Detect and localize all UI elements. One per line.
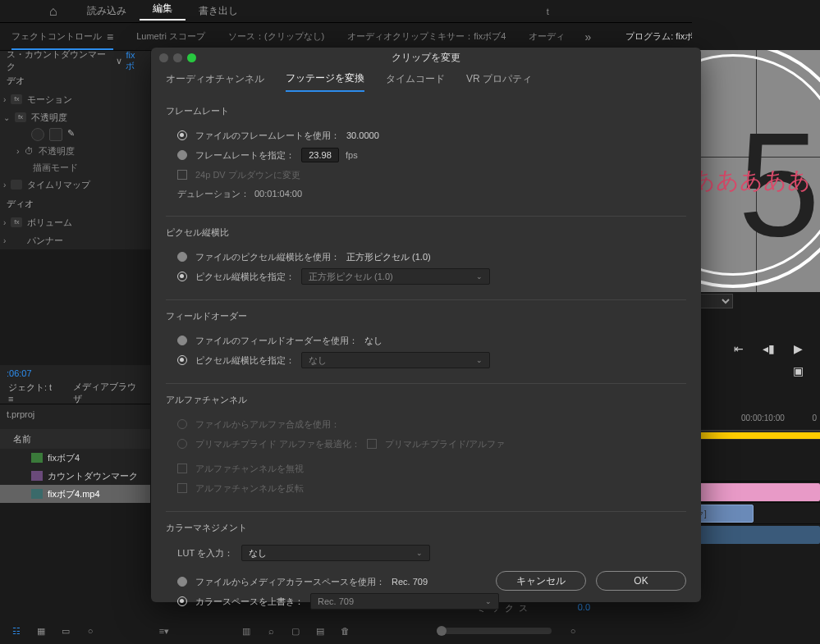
radio-icon[interactable] bbox=[177, 272, 187, 281]
video-track[interactable]: ク] bbox=[692, 502, 820, 523]
cancel-button[interactable]: キャンセル bbox=[496, 571, 586, 591]
breadcrumb-link[interactable]: fixボ bbox=[126, 50, 144, 72]
label: アルファチャンネルを無視 bbox=[195, 463, 304, 475]
menu-export[interactable]: 書き出し bbox=[186, 4, 251, 18]
radio-icon[interactable] bbox=[177, 252, 187, 262]
section-title: ピクセル縦横比 bbox=[166, 226, 686, 239]
effect-volume[interactable]: ›fxボリューム bbox=[0, 213, 150, 231]
dialog-titlebar[interactable]: クリップを変更 bbox=[151, 48, 701, 67]
radio-icon[interactable] bbox=[177, 355, 187, 365]
colorspace-select[interactable]: Rec. 709⌄ bbox=[310, 593, 499, 610]
radio-icon[interactable] bbox=[177, 336, 187, 345]
rect-mask-icon[interactable] bbox=[49, 128, 62, 141]
label: アルファチャンネルを反転 bbox=[195, 482, 304, 495]
radio-use-file-par[interactable]: ファイルのピクセル縦横比を使用： 正方形ピクセル (1.0) bbox=[166, 247, 686, 267]
checkbox-ignore-alpha: アルファチャンネルを無視 bbox=[166, 459, 686, 478]
overflow-arrow-icon[interactable]: » bbox=[584, 30, 591, 43]
menu-edit[interactable]: 編集 bbox=[140, 2, 186, 21]
step-back-icon[interactable]: ◂▮ bbox=[761, 341, 776, 356]
label: ファイルのフィールドオーダーを使用： bbox=[195, 335, 358, 347]
timeline-ruler[interactable]: 00:00:10:00 0 bbox=[692, 410, 820, 430]
project-item[interactable]: fixボブ4 bbox=[0, 449, 150, 467]
project-tabs: ジェクト: t ≡ メディアブラウザ bbox=[0, 381, 150, 404]
radio-use-file-field[interactable]: ファイルのフィールドオーダーを使用： なし bbox=[166, 331, 686, 350]
radio-use-file-fps[interactable]: ファイルのフレームレートを使用： 30.0000 bbox=[166, 126, 686, 145]
field-select[interactable]: なし⌄ bbox=[301, 352, 490, 368]
column-name[interactable]: 名前 bbox=[0, 429, 150, 449]
effect-opacity[interactable]: ⌄fx不透明度 bbox=[0, 108, 150, 126]
mark-in-icon[interactable]: ⇤ bbox=[731, 341, 746, 356]
sequence-icon bbox=[31, 453, 43, 463]
tab-timecode[interactable]: タイムコード bbox=[386, 72, 445, 91]
opacity-value-row[interactable]: ›⏱不透明度 bbox=[0, 143, 150, 159]
radio-specify-fps[interactable]: フレームレートを指定： fps bbox=[166, 145, 686, 165]
icon-view-icon[interactable]: ▦ bbox=[34, 624, 48, 637]
label: ファイルのフレームレートを使用： bbox=[195, 130, 340, 142]
lut-select[interactable]: なし⌄ bbox=[241, 545, 430, 561]
pen-mask-icon[interactable]: ✎ bbox=[67, 128, 80, 141]
radio-icon[interactable] bbox=[177, 596, 187, 606]
value: Rec. 709 bbox=[392, 577, 428, 587]
tab-lumetri-scopes[interactable]: Lumetri スコープ bbox=[125, 30, 217, 43]
freeform-view-icon[interactable]: ▭ bbox=[59, 624, 72, 637]
clip[interactable] bbox=[692, 483, 820, 501]
fx-badge-icon: fx bbox=[15, 112, 26, 122]
tab-vr-properties[interactable]: VR プロパティ bbox=[466, 72, 532, 91]
tab-effect-controls-label: フェクトコントロール bbox=[11, 30, 102, 43]
project-item[interactable]: カウントダウンマーク bbox=[0, 467, 150, 485]
radio-specify-field[interactable]: ピクセル縦横比を指定： なし⌄ bbox=[166, 350, 686, 370]
fx-badge-icon: fx bbox=[11, 217, 22, 227]
tab-media-browser[interactable]: メディアブラウザ bbox=[65, 381, 150, 405]
timecode-display[interactable]: :06:07 bbox=[0, 365, 150, 381]
home-icon[interactable]: ⌂ bbox=[49, 4, 57, 19]
play-icon[interactable]: ▶ bbox=[790, 341, 805, 356]
breadcrumb-clip[interactable]: ス・カウントダウンマーク bbox=[7, 48, 112, 73]
project-item[interactable]: fixボブ4.mp4 bbox=[0, 485, 150, 503]
slider-icon[interactable]: ○ bbox=[84, 624, 97, 637]
tab-source[interactable]: ソース：(クリップなし) bbox=[217, 30, 336, 43]
program-viewport[interactable]: 5 あああああ bbox=[692, 50, 820, 292]
fps-input[interactable] bbox=[301, 148, 339, 162]
top-right-text: t bbox=[547, 7, 549, 16]
radio-icon[interactable] bbox=[177, 130, 187, 140]
par-select[interactable]: 正方形ピクセル (1.0)⌄ bbox=[301, 268, 490, 285]
zoom-select[interactable] bbox=[700, 294, 733, 308]
label: ファイルからメディアカラースペースを使用： bbox=[195, 576, 385, 588]
video-track[interactable] bbox=[692, 481, 820, 502]
radio-icon[interactable] bbox=[177, 577, 187, 587]
radio-colorspace-override[interactable]: カラースペースを上書き： Rec. 709⌄ bbox=[166, 591, 686, 611]
checkbox-24p-pulldown: 24p DV プルダウンに変更 bbox=[166, 165, 686, 185]
clip[interactable]: ク] bbox=[692, 505, 754, 523]
ok-button[interactable]: OK bbox=[596, 571, 686, 591]
tab-project[interactable]: ジェクト: t ≡ bbox=[0, 381, 65, 404]
mask-tools: ✎ bbox=[0, 126, 150, 143]
tab-effect-controls[interactable]: フェクトコントロール ≡ bbox=[0, 30, 125, 43]
radio-specify-par[interactable]: ピクセル縦横比を指定： 正方形ピクセル (1.0)⌄ bbox=[166, 267, 686, 286]
time-remap-label: タイムリマップ bbox=[27, 179, 90, 191]
radio-icon[interactable] bbox=[177, 150, 187, 160]
export-frame-icon[interactable]: ▣ bbox=[790, 363, 805, 378]
label: デュレーション： bbox=[177, 188, 250, 200]
list-view-icon[interactable]: ☷ bbox=[10, 624, 23, 637]
program-controls: ⇤ ◂▮ ▶ ▣ bbox=[692, 291, 820, 386]
tab-audio-mixer[interactable]: オーディオクリップミキサー：fixボブ4 bbox=[336, 30, 517, 43]
effect-time-remap[interactable]: ›タイムリマップ bbox=[0, 176, 150, 194]
clip[interactable] bbox=[692, 526, 820, 544]
menu-load[interactable]: 読み込み bbox=[74, 4, 140, 18]
effect-panner[interactable]: ›パンナー bbox=[0, 231, 150, 249]
work-area[interactable] bbox=[692, 430, 820, 440]
tab-audio-channels[interactable]: オーディオチャンネル bbox=[166, 72, 264, 91]
checkbox-invert-alpha: アルファチャンネルを反転 bbox=[166, 478, 686, 498]
tab-project-label: ジェクト: t bbox=[8, 382, 52, 392]
panel-menu-icon[interactable]: ≡ bbox=[8, 394, 13, 404]
audio-track[interactable] bbox=[692, 523, 820, 545]
overlay-text: あああああ bbox=[692, 165, 811, 196]
effect-motion[interactable]: ›fxモーション bbox=[0, 90, 150, 108]
blend-mode-row[interactable]: 描画モード bbox=[0, 159, 150, 176]
panner-label: パンナー bbox=[27, 235, 63, 247]
checkbox-icon bbox=[177, 464, 187, 473]
panel-menu-icon[interactable]: ≡ bbox=[107, 30, 113, 43]
ellipse-mask-icon[interactable] bbox=[31, 128, 44, 141]
tab-interpret-footage[interactable]: フッテージを変換 bbox=[286, 71, 364, 92]
tab-audio-trunc[interactable]: オーディ bbox=[517, 30, 576, 43]
